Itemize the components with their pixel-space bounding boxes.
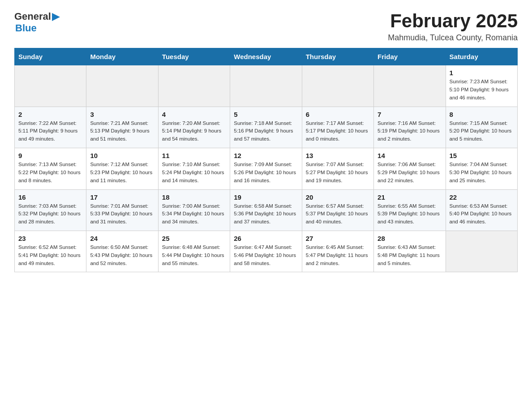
- logo-blue-text: Blue: [15, 22, 37, 34]
- month-title: February 2025: [388, 11, 518, 31]
- calendar-day-cell: 7Sunrise: 7:16 AM Sunset: 5:19 PM Daylig…: [374, 107, 446, 148]
- calendar-week-row: 23Sunrise: 6:52 AM Sunset: 5:41 PM Dayli…: [15, 231, 518, 272]
- day-info: Sunrise: 6:55 AM Sunset: 5:39 PM Dayligh…: [378, 202, 442, 226]
- day-number: 25: [162, 235, 226, 242]
- calendar-week-row: 1Sunrise: 7:23 AM Sunset: 5:10 PM Daylig…: [15, 65, 518, 107]
- calendar-day-cell: 10Sunrise: 7:12 AM Sunset: 5:23 PM Dayli…: [86, 148, 158, 189]
- day-number: 22: [450, 193, 514, 201]
- calendar-day-cell: [15, 65, 86, 107]
- day-number: 18: [162, 193, 226, 201]
- day-info: Sunrise: 7:18 AM Sunset: 5:16 PM Dayligh…: [234, 120, 298, 143]
- title-section: February 2025 Mahmudia, Tulcea County, R…: [388, 11, 518, 43]
- calendar-day-cell: 13Sunrise: 7:07 AM Sunset: 5:27 PM Dayli…: [302, 148, 373, 189]
- day-info: Sunrise: 7:04 AM Sunset: 5:30 PM Dayligh…: [450, 161, 514, 184]
- weekday-header-monday: Monday: [86, 48, 158, 65]
- calendar-day-cell: 8Sunrise: 7:15 AM Sunset: 5:20 PM Daylig…: [446, 107, 517, 148]
- calendar-day-cell: [302, 65, 373, 107]
- calendar-day-cell: 15Sunrise: 7:04 AM Sunset: 5:30 PM Dayli…: [446, 148, 517, 189]
- logo: General Blue: [14, 11, 61, 34]
- day-number: 8: [450, 111, 514, 118]
- day-number: 5: [234, 111, 298, 118]
- day-number: 9: [18, 152, 82, 159]
- logo-triangle-icon: [52, 12, 61, 22]
- day-info: Sunrise: 7:20 AM Sunset: 5:14 PM Dayligh…: [162, 120, 226, 143]
- page-header: General Blue February 2025 Mahmudia, Tul…: [14, 11, 518, 43]
- calendar-day-cell: 1Sunrise: 7:23 AM Sunset: 5:10 PM Daylig…: [446, 65, 517, 107]
- weekday-header-wednesday: Wednesday: [230, 48, 302, 65]
- day-number: 21: [378, 193, 442, 201]
- weekday-header-sunday: Sunday: [15, 48, 86, 65]
- day-info: Sunrise: 6:48 AM Sunset: 5:44 PM Dayligh…: [162, 244, 226, 267]
- day-number: 6: [306, 111, 370, 118]
- weekday-header-saturday: Saturday: [446, 48, 517, 65]
- day-number: 14: [378, 152, 442, 159]
- day-info: Sunrise: 7:01 AM Sunset: 5:33 PM Dayligh…: [90, 202, 154, 226]
- calendar-day-cell: 28Sunrise: 6:43 AM Sunset: 5:48 PM Dayli…: [374, 231, 446, 272]
- calendar-day-cell: 6Sunrise: 7:17 AM Sunset: 5:17 PM Daylig…: [302, 107, 373, 148]
- day-info: Sunrise: 7:16 AM Sunset: 5:19 PM Dayligh…: [378, 120, 442, 143]
- day-info: Sunrise: 7:21 AM Sunset: 5:13 PM Dayligh…: [90, 120, 154, 143]
- day-info: Sunrise: 7:12 AM Sunset: 5:23 PM Dayligh…: [90, 161, 154, 184]
- calendar-day-cell: 18Sunrise: 7:00 AM Sunset: 5:34 PM Dayli…: [158, 189, 230, 231]
- day-number: 3: [90, 111, 154, 118]
- day-number: 4: [162, 111, 226, 118]
- day-number: 2: [18, 111, 82, 118]
- day-info: Sunrise: 7:17 AM Sunset: 5:17 PM Dayligh…: [306, 120, 370, 143]
- calendar-day-cell: 2Sunrise: 7:22 AM Sunset: 5:11 PM Daylig…: [15, 107, 86, 148]
- day-number: 12: [234, 152, 298, 159]
- calendar-day-cell: 16Sunrise: 7:03 AM Sunset: 5:32 PM Dayli…: [15, 189, 86, 231]
- calendar-day-cell: [230, 65, 302, 107]
- day-info: Sunrise: 6:58 AM Sunset: 5:36 PM Dayligh…: [234, 202, 298, 226]
- day-info: Sunrise: 6:50 AM Sunset: 5:43 PM Dayligh…: [90, 244, 154, 267]
- calendar-day-cell: [158, 65, 230, 107]
- day-number: 11: [162, 152, 226, 159]
- day-info: Sunrise: 7:10 AM Sunset: 5:24 PM Dayligh…: [162, 161, 226, 184]
- day-info: Sunrise: 7:07 AM Sunset: 5:27 PM Dayligh…: [306, 161, 370, 184]
- calendar-day-cell: 25Sunrise: 6:48 AM Sunset: 5:44 PM Dayli…: [158, 231, 230, 272]
- day-info: Sunrise: 7:22 AM Sunset: 5:11 PM Dayligh…: [18, 120, 82, 143]
- location-subtitle: Mahmudia, Tulcea County, Romania: [388, 33, 518, 43]
- day-info: Sunrise: 7:06 AM Sunset: 5:29 PM Dayligh…: [378, 161, 442, 184]
- day-number: 10: [90, 152, 154, 159]
- calendar-day-cell: 9Sunrise: 7:13 AM Sunset: 5:22 PM Daylig…: [15, 148, 86, 189]
- calendar-day-cell: 14Sunrise: 7:06 AM Sunset: 5:29 PM Dayli…: [374, 148, 446, 189]
- calendar-day-cell: 21Sunrise: 6:55 AM Sunset: 5:39 PM Dayli…: [374, 189, 446, 231]
- calendar-day-cell: 17Sunrise: 7:01 AM Sunset: 5:33 PM Dayli…: [86, 189, 158, 231]
- calendar-day-cell: [86, 65, 158, 107]
- calendar-day-cell: 19Sunrise: 6:58 AM Sunset: 5:36 PM Dayli…: [230, 189, 302, 231]
- calendar-week-row: 2Sunrise: 7:22 AM Sunset: 5:11 PM Daylig…: [15, 107, 518, 148]
- day-number: 7: [378, 111, 442, 118]
- day-number: 17: [90, 193, 154, 201]
- day-info: Sunrise: 7:23 AM Sunset: 5:10 PM Dayligh…: [450, 78, 514, 102]
- calendar-day-cell: 23Sunrise: 6:52 AM Sunset: 5:41 PM Dayli…: [15, 231, 86, 272]
- day-number: 19: [234, 193, 298, 201]
- calendar-week-row: 16Sunrise: 7:03 AM Sunset: 5:32 PM Dayli…: [15, 189, 518, 231]
- day-number: 15: [450, 152, 514, 159]
- day-info: Sunrise: 6:52 AM Sunset: 5:41 PM Dayligh…: [18, 244, 82, 267]
- day-number: 20: [306, 193, 370, 201]
- day-info: Sunrise: 7:13 AM Sunset: 5:22 PM Dayligh…: [18, 161, 82, 184]
- calendar-day-cell: 4Sunrise: 7:20 AM Sunset: 5:14 PM Daylig…: [158, 107, 230, 148]
- calendar-day-cell: 22Sunrise: 6:53 AM Sunset: 5:40 PM Dayli…: [446, 189, 517, 231]
- day-info: Sunrise: 6:53 AM Sunset: 5:40 PM Dayligh…: [450, 202, 514, 226]
- day-number: 27: [306, 235, 370, 242]
- day-info: Sunrise: 6:43 AM Sunset: 5:48 PM Dayligh…: [378, 244, 442, 267]
- day-number: 26: [234, 235, 298, 242]
- calendar-day-cell: 11Sunrise: 7:10 AM Sunset: 5:24 PM Dayli…: [158, 148, 230, 189]
- day-number: 16: [18, 193, 82, 201]
- day-info: Sunrise: 7:00 AM Sunset: 5:34 PM Dayligh…: [162, 202, 226, 226]
- calendar-day-cell: 24Sunrise: 6:50 AM Sunset: 5:43 PM Dayli…: [86, 231, 158, 272]
- day-number: 24: [90, 235, 154, 242]
- day-info: Sunrise: 6:47 AM Sunset: 5:46 PM Dayligh…: [234, 244, 298, 267]
- calendar-day-cell: [446, 231, 517, 272]
- calendar-day-cell: 27Sunrise: 6:45 AM Sunset: 5:47 PM Dayli…: [302, 231, 373, 272]
- day-info: Sunrise: 7:03 AM Sunset: 5:32 PM Dayligh…: [18, 202, 82, 226]
- day-info: Sunrise: 7:09 AM Sunset: 5:26 PM Dayligh…: [234, 161, 298, 184]
- calendar-week-row: 9Sunrise: 7:13 AM Sunset: 5:22 PM Daylig…: [15, 148, 518, 189]
- calendar-header-row: SundayMondayTuesdayWednesdayThursdayFrid…: [15, 48, 518, 65]
- day-number: 1: [450, 69, 514, 77]
- calendar-day-cell: [374, 65, 446, 107]
- day-number: 13: [306, 152, 370, 159]
- calendar-day-cell: 26Sunrise: 6:47 AM Sunset: 5:46 PM Dayli…: [230, 231, 302, 272]
- weekday-header-friday: Friday: [374, 48, 446, 65]
